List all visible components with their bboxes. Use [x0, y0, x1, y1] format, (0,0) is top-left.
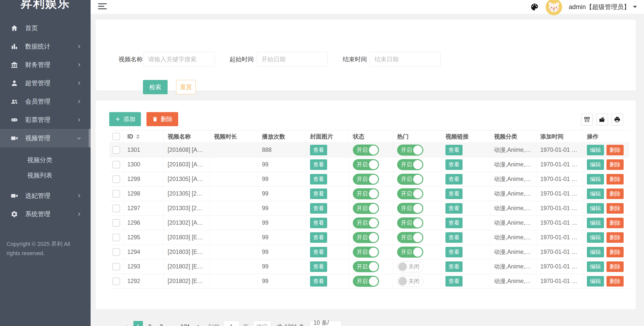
print-button[interactable] — [611, 114, 623, 125]
view-link-button[interactable]: 查看 — [445, 174, 463, 184]
hamburger-menu-icon[interactable] — [98, 3, 107, 11]
sidebar-item-2[interactable]: 财务管理 — [0, 56, 91, 74]
prev-page-button[interactable] — [123, 321, 131, 326]
user-menu[interactable]: admin【超级管理员】 — [569, 3, 637, 11]
edit-button[interactable]: 编辑 — [587, 145, 604, 155]
hot-toggle[interactable]: 开启 — [397, 159, 423, 170]
view-cover-button[interactable]: 查看 — [310, 247, 327, 257]
view-link-button[interactable]: 查看 — [445, 145, 463, 155]
status-toggle[interactable]: 开启 — [353, 203, 379, 214]
end-date-input[interactable] — [370, 52, 441, 67]
delete-button[interactable]: 删除 — [607, 218, 624, 228]
delete-button[interactable]: 删除 — [607, 145, 624, 155]
view-cover-button[interactable]: 查看 — [310, 261, 327, 272]
view-link-button[interactable]: 查看 — [445, 247, 463, 257]
row-checkbox[interactable] — [112, 248, 120, 256]
sidebar-subitem-0[interactable]: 视频分类 — [0, 152, 91, 168]
theme-palette-icon[interactable] — [530, 3, 539, 12]
page-number-1[interactable]: 1 — [133, 321, 143, 326]
select-all-checkbox[interactable] — [112, 133, 120, 140]
view-cover-button[interactable]: 查看 — [310, 276, 327, 287]
edit-button[interactable]: 编辑 — [587, 159, 604, 170]
view-cover-button[interactable]: 查看 — [310, 189, 327, 199]
sidebar-item-4[interactable]: 会员管理 — [0, 92, 91, 111]
hot-toggle[interactable]: 开启 — [397, 247, 423, 258]
view-cover-button[interactable]: 查看 — [310, 203, 327, 214]
hot-toggle[interactable]: 开启 — [397, 217, 423, 228]
delete-button[interactable]: 删除 — [607, 159, 624, 170]
search-button[interactable]: 检索 — [143, 80, 168, 94]
sidebar-item-1[interactable]: 数据统计 — [0, 37, 91, 56]
row-checkbox[interactable] — [112, 146, 120, 154]
status-toggle[interactable]: 开启 — [353, 159, 379, 170]
sidebar-subitem-1[interactable]: 视频列表 — [0, 168, 91, 183]
column-header-0[interactable]: ID — [123, 130, 164, 143]
page-number-2[interactable]: 2 — [145, 321, 155, 326]
edit-button[interactable]: 编辑 — [587, 232, 604, 243]
status-toggle[interactable]: 开启 — [353, 247, 379, 258]
edit-button[interactable]: 编辑 — [587, 276, 604, 287]
row-checkbox[interactable] — [112, 175, 120, 183]
goto-page-input[interactable] — [223, 321, 240, 326]
sidebar-item-7[interactable]: 选妃管理 — [0, 187, 91, 205]
sort-icon[interactable] — [136, 134, 140, 139]
delete-button[interactable]: 删除 — [607, 261, 624, 272]
goto-confirm-button[interactable]: 确定 — [253, 321, 271, 326]
page-number-3[interactable]: 3 — [157, 321, 166, 326]
view-link-button[interactable]: 查看 — [445, 159, 463, 170]
edit-button[interactable]: 编辑 — [587, 203, 604, 214]
row-checkbox[interactable] — [112, 234, 120, 241]
row-checkbox[interactable] — [112, 219, 120, 227]
row-checkbox[interactable] — [112, 263, 120, 270]
sidebar-item-3[interactable]: 超管管理 — [0, 74, 91, 92]
status-toggle[interactable]: 开启 — [353, 145, 379, 156]
start-date-input[interactable] — [257, 52, 328, 67]
delete-button[interactable]: 删除 — [607, 276, 624, 287]
row-checkbox[interactable] — [112, 205, 120, 212]
delete-button[interactable]: 删除 — [607, 174, 624, 184]
view-link-button[interactable]: 查看 — [445, 218, 463, 228]
filter-columns-button[interactable] — [581, 114, 593, 125]
sidebar-item-6[interactable]: 视频管理 — [0, 129, 91, 147]
row-checkbox[interactable] — [112, 190, 120, 198]
delete-button[interactable]: 删除 — [607, 189, 624, 199]
view-cover-button[interactable]: 查看 — [310, 232, 327, 243]
hot-toggle[interactable]: 开启 — [397, 174, 423, 185]
sidebar-item-5[interactable]: 彩票管理 — [0, 111, 91, 129]
view-cover-button[interactable]: 查看 — [310, 174, 327, 184]
row-checkbox[interactable] — [112, 277, 120, 285]
edit-button[interactable]: 编辑 — [587, 218, 604, 228]
view-link-button[interactable]: 查看 — [445, 189, 463, 199]
status-toggle[interactable]: 开启 — [353, 276, 379, 287]
view-link-button[interactable]: 查看 — [445, 203, 463, 214]
add-button[interactable]: 添加 — [109, 112, 141, 126]
edit-button[interactable]: 编辑 — [587, 174, 604, 184]
status-toggle[interactable]: 开启 — [353, 217, 379, 228]
page-number-131[interactable]: 131 — [178, 321, 192, 326]
user-avatar[interactable] — [546, 0, 562, 15]
view-link-button[interactable]: 查看 — [445, 276, 463, 287]
reset-button[interactable]: 重置 — [176, 80, 196, 94]
next-page-button[interactable] — [194, 321, 203, 326]
hot-toggle[interactable]: 开启 — [397, 203, 423, 214]
row-checkbox[interactable] — [112, 161, 120, 168]
delete-selected-button[interactable]: 删除 — [146, 112, 178, 126]
sidebar-item-8[interactable]: 系统管理 — [0, 205, 91, 223]
hot-toggle[interactable]: 开启 — [397, 232, 423, 243]
hot-toggle[interactable]: 开启 — [397, 188, 423, 199]
view-cover-button[interactable]: 查看 — [310, 145, 327, 155]
view-link-button[interactable]: 查看 — [445, 232, 463, 243]
view-cover-button[interactable]: 查看 — [310, 218, 327, 228]
delete-button[interactable]: 删除 — [607, 203, 624, 214]
delete-button[interactable]: 删除 — [607, 232, 624, 243]
hot-toggle[interactable]: 关闭 — [397, 261, 423, 272]
edit-button[interactable]: 编辑 — [587, 261, 604, 272]
sidebar-item-0[interactable]: 首页 — [0, 19, 91, 37]
hot-toggle[interactable]: 关闭 — [397, 276, 423, 287]
hot-toggle[interactable]: 开启 — [397, 145, 423, 156]
view-cover-button[interactable]: 查看 — [310, 159, 327, 170]
status-toggle[interactable]: 开启 — [353, 261, 379, 272]
per-page-select[interactable]: 10 条/页 — [310, 321, 342, 326]
edit-button[interactable]: 编辑 — [587, 247, 604, 257]
delete-button[interactable]: 删除 — [607, 247, 624, 257]
